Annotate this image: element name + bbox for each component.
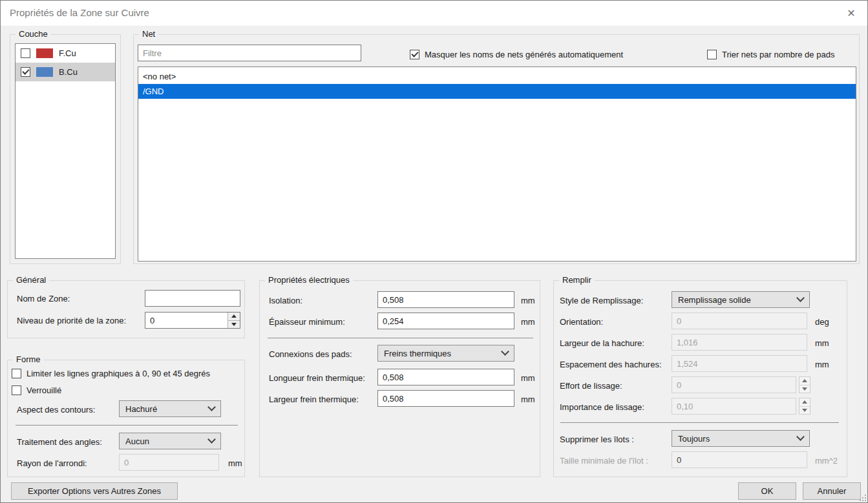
fill-group: Remplir Style de Remplissage: Remplissag… bbox=[553, 280, 847, 477]
sort-by-pads-checkbox-row[interactable]: Trier nets par nombre de pads bbox=[707, 50, 834, 59]
zone-priority-stepper[interactable] bbox=[145, 312, 240, 329]
thermal-gap-unit: mm bbox=[521, 373, 535, 383]
min-width-label: Épaisseur minimum: bbox=[269, 317, 345, 327]
corner-smoothing-value: Aucun bbox=[125, 436, 209, 446]
spin-down-button[interactable] bbox=[799, 385, 810, 393]
chevron-down-icon bbox=[501, 347, 509, 356]
layer-checkbox-bcu[interactable] bbox=[21, 67, 30, 77]
electrical-group-label: Propriétés électriques bbox=[265, 275, 353, 285]
hide-auto-nets-label: Masquer les noms de nets générés automat… bbox=[425, 50, 623, 59]
hatch-width-label: Largeur de la hachure: bbox=[560, 338, 644, 348]
pad-connection-select[interactable]: Freins thermiques bbox=[377, 345, 514, 362]
spin-up-button[interactable] bbox=[228, 313, 240, 320]
zone-priority-input[interactable] bbox=[145, 313, 228, 328]
locked-checkbox[interactable] bbox=[12, 385, 21, 395]
checkmark-icon bbox=[22, 67, 29, 74]
layer-list: F.Cu B.Cu bbox=[15, 43, 116, 259]
smooth-amount-label: Importance de lissage: bbox=[560, 402, 644, 412]
fill-style-value: Remplissage solide bbox=[678, 295, 798, 305]
layer-row-fcu[interactable]: F.Cu bbox=[16, 44, 115, 63]
checkmark-icon bbox=[411, 50, 418, 57]
spin-buttons bbox=[228, 313, 240, 328]
zone-name-input[interactable] bbox=[145, 290, 240, 307]
export-options-button[interactable]: Exporter Options vers Autres Zones bbox=[11, 482, 178, 500]
cancel-button[interactable]: Annuler bbox=[803, 482, 861, 500]
net-row-no-net[interactable]: <no net> bbox=[138, 69, 856, 84]
smooth-effort-spin-buttons bbox=[799, 376, 810, 393]
spin-up-button[interactable] bbox=[799, 398, 810, 406]
locked-checkbox-row[interactable]: Verrouillé bbox=[12, 385, 61, 395]
chevron-down-icon bbox=[796, 433, 805, 441]
sort-by-pads-label: Trier nets par nombre de pads bbox=[722, 50, 834, 59]
thermal-gap-label: Longueur frein thermique: bbox=[269, 373, 365, 383]
min-island-unit: mm^2 bbox=[815, 456, 838, 466]
orientation-label: Orientation: bbox=[560, 317, 603, 327]
hatch-width-input bbox=[672, 334, 807, 351]
hatch-width-unit: mm bbox=[815, 338, 829, 348]
arrow-down-icon bbox=[802, 387, 807, 391]
general-group-label: Général bbox=[13, 275, 49, 285]
hide-auto-nets-checkbox[interactable] bbox=[410, 50, 419, 59]
net-filter-input[interactable] bbox=[138, 45, 361, 61]
constrain-outline-checkbox-row[interactable]: Limiter les lignes graphiques à 0, 90 et… bbox=[12, 369, 210, 378]
chevron-down-icon bbox=[796, 294, 805, 302]
sort-by-pads-checkbox[interactable] bbox=[707, 50, 717, 59]
resize-grip[interactable] bbox=[858, 493, 866, 501]
corner-smoothing-select[interactable]: Aucun bbox=[119, 433, 221, 449]
layer-checkbox-fcu[interactable] bbox=[21, 48, 30, 58]
shape-group: Forme Limiter les lignes graphiques à 0,… bbox=[7, 360, 245, 477]
chevron-down-icon bbox=[207, 435, 216, 444]
close-icon[interactable]: ✕ bbox=[843, 5, 860, 22]
outline-display-label: Aspect des contours: bbox=[17, 405, 95, 415]
zone-priority-label: Niveau de priorité de la zone: bbox=[17, 316, 126, 325]
shape-group-label: Forme bbox=[13, 354, 44, 364]
min-island-input bbox=[672, 451, 807, 468]
net-group: Net Masquer les noms de nets générés aut… bbox=[133, 34, 860, 264]
locked-label: Verrouillé bbox=[26, 385, 61, 395]
remove-islands-select[interactable]: Toujours bbox=[672, 430, 810, 447]
layer-row-bcu[interactable]: B.Cu bbox=[16, 63, 115, 81]
layer-color-swatch-fcu bbox=[36, 48, 53, 58]
general-group: Général Nom de Zone: Niveau de priorité … bbox=[7, 280, 245, 338]
arrow-up-icon bbox=[802, 400, 807, 404]
remove-islands-label: Supprimer les îlots : bbox=[560, 435, 634, 444]
thermal-width-input[interactable] bbox=[377, 390, 514, 407]
ok-button[interactable]: OK bbox=[738, 482, 796, 500]
thermal-gap-input[interactable] bbox=[377, 369, 514, 385]
net-row-gnd[interactable]: /GND bbox=[138, 84, 856, 99]
spin-down-button[interactable] bbox=[228, 320, 240, 329]
fillet-radius-input bbox=[119, 454, 219, 471]
zone-name-label: Nom de Zone: bbox=[17, 294, 70, 303]
min-width-unit: mm bbox=[521, 317, 535, 327]
net-group-label: Net bbox=[139, 29, 158, 39]
hatch-gap-input bbox=[672, 355, 807, 372]
fillet-radius-unit: mm bbox=[228, 458, 242, 468]
layer-group-label: Couche bbox=[16, 29, 51, 39]
electrical-group: Propriétés électriques Isolation: mm Épa… bbox=[259, 280, 540, 477]
smooth-amount-spin-buttons bbox=[799, 398, 810, 415]
remove-islands-value: Toujours bbox=[678, 434, 798, 444]
chevron-down-icon bbox=[207, 403, 216, 411]
layer-name-bcu: B.Cu bbox=[59, 67, 78, 77]
outline-display-select[interactable]: Hachuré bbox=[119, 400, 221, 417]
divider bbox=[560, 422, 839, 423]
hatch-gap-unit: mm bbox=[815, 360, 829, 369]
fillet-radius-label: Rayon de l'arrondi: bbox=[17, 458, 87, 468]
spin-up-button[interactable] bbox=[799, 377, 810, 385]
net-list: <no net> /GND bbox=[138, 67, 856, 262]
arrow-up-icon bbox=[231, 314, 237, 318]
clearance-input[interactable] bbox=[377, 291, 514, 308]
orientation-input bbox=[672, 313, 807, 329]
hide-auto-nets-checkbox-row[interactable]: Masquer les noms de nets générés automat… bbox=[410, 50, 623, 59]
thermal-width-unit: mm bbox=[521, 395, 535, 404]
spin-down-button[interactable] bbox=[799, 406, 810, 415]
constrain-outline-checkbox[interactable] bbox=[12, 369, 21, 378]
fill-style-select[interactable]: Remplissage solide bbox=[672, 291, 810, 308]
corner-smoothing-label: Traitement des angles: bbox=[17, 437, 102, 447]
fill-style-label: Style de Remplissage: bbox=[560, 296, 643, 305]
clearance-unit: mm bbox=[521, 296, 535, 305]
min-width-input[interactable] bbox=[377, 313, 514, 329]
layer-group: Couche F.Cu B.Cu bbox=[10, 34, 121, 264]
constrain-outline-label: Limiter les lignes graphiques à 0, 90 et… bbox=[26, 369, 210, 378]
pad-connection-label: Connexions des pads: bbox=[269, 349, 352, 359]
